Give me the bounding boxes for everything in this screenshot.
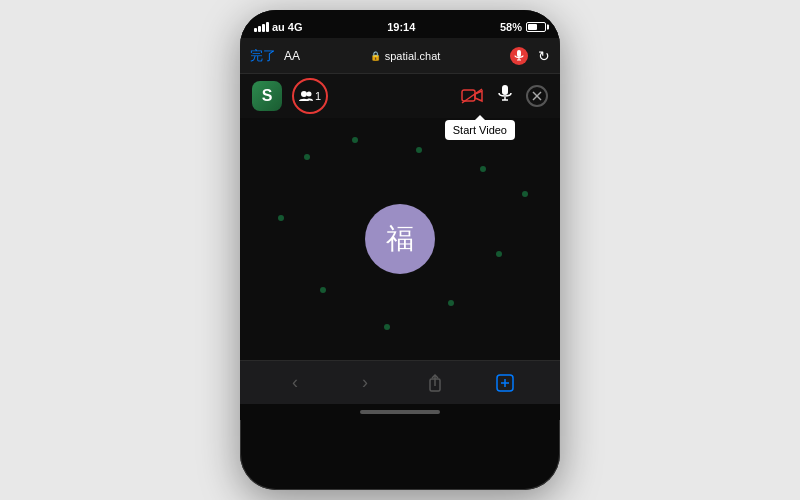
avatar-character: 福 <box>386 220 414 258</box>
app-toolbar: S 1 <box>240 74 560 118</box>
status-bar: au 4G 19:14 58% <box>240 10 560 38</box>
signal-bars <box>254 22 269 32</box>
svg-point-3 <box>301 91 307 97</box>
signal-bar-1 <box>254 28 257 32</box>
svg-point-4 <box>306 92 311 97</box>
ambient-dot <box>496 251 502 257</box>
url-text: spatial.chat <box>385 50 441 62</box>
browser-bottom-bar: ‹ › <box>240 360 560 404</box>
user-avatar[interactable]: 福 <box>365 204 435 274</box>
participants-count: 1 <box>315 90 321 102</box>
microphone-button[interactable] <box>498 85 512 107</box>
phone-frame: au 4G 19:14 58% 完了 AA 🔒 spatial.chat <box>240 10 560 490</box>
browser-bar: 完了 AA 🔒 spatial.chat ↻ <box>240 38 560 74</box>
svg-rect-0 <box>517 50 521 57</box>
battery-percent: 58% <box>500 21 522 33</box>
battery-fill <box>528 24 537 30</box>
ambient-dot <box>416 147 422 153</box>
spatial-logo: S <box>252 81 282 111</box>
ambient-dot <box>522 191 528 197</box>
status-left: au 4G <box>254 21 303 33</box>
ambient-dot <box>320 287 326 293</box>
time-display: 19:14 <box>387 21 415 33</box>
ambient-dot <box>384 324 390 330</box>
ambient-dot <box>480 166 486 172</box>
participants-button[interactable]: 1 <box>292 78 328 114</box>
signal-bar-4 <box>266 22 269 32</box>
done-button[interactable]: 完了 <box>250 47 276 65</box>
ambient-dot <box>304 154 310 160</box>
ambient-dot <box>448 300 454 306</box>
reload-icon[interactable]: ↻ <box>538 48 550 64</box>
signal-bar-3 <box>262 24 265 32</box>
battery-icon <box>526 22 546 32</box>
aa-button[interactable]: AA <box>284 49 300 63</box>
close-button[interactable] <box>526 85 548 107</box>
microphone-active-icon[interactable] <box>510 47 528 65</box>
share-button[interactable] <box>420 368 450 398</box>
toolbar-right <box>460 85 548 107</box>
video-button[interactable] <box>460 87 484 105</box>
start-video-tooltip: Start Video <box>445 120 515 140</box>
back-button[interactable]: ‹ <box>280 368 310 398</box>
status-right: 58% <box>500 21 546 33</box>
tabs-button[interactable] <box>490 368 520 398</box>
video-icon <box>460 87 484 105</box>
browser-left: 完了 AA <box>250 47 300 65</box>
forward-button[interactable]: › <box>350 368 380 398</box>
main-canvas: 福 <box>240 118 560 360</box>
home-indicator <box>240 404 560 420</box>
ambient-dot <box>352 137 358 143</box>
browser-right: ↻ <box>510 47 550 65</box>
lock-icon: 🔒 <box>370 51 381 61</box>
svg-rect-7 <box>502 85 508 95</box>
signal-bar-2 <box>258 26 261 32</box>
ambient-dot <box>278 215 284 221</box>
carrier: au <box>272 21 285 33</box>
browser-url[interactable]: 🔒 spatial.chat <box>370 50 441 62</box>
network-type: 4G <box>288 21 303 33</box>
home-bar <box>360 410 440 414</box>
